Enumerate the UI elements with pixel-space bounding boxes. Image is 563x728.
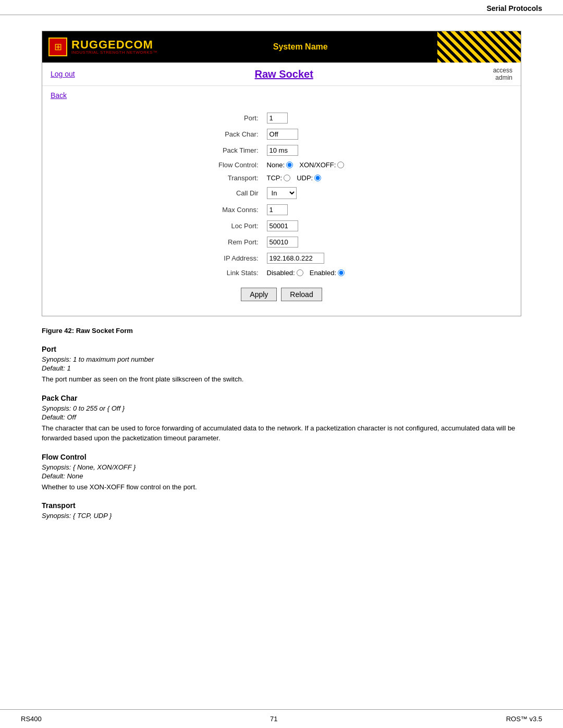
- call-dir-label: Call Dir: [214, 184, 263, 202]
- flow-xonxoff-label: XON/XOFF:: [299, 161, 336, 169]
- pack-char-field-cell: [263, 126, 349, 142]
- ip-address-field-cell: [263, 250, 349, 266]
- call-dir-select[interactable]: In Out Both: [267, 187, 297, 199]
- form-table: Port: Pack Char: Pack Timer:: [214, 110, 349, 279]
- rem-port-field-cell: [263, 234, 349, 250]
- transport-tcp-option: TCP:: [267, 174, 291, 182]
- device-header: RUGGEDCOM INDUSTRIAL STRENGTH NETWORKS™ …: [42, 31, 521, 63]
- ip-address-label: IP Address:: [214, 250, 263, 266]
- pack-timer-field-cell: [263, 142, 349, 158]
- link-stats-enabled-label: Enabled:: [310, 269, 336, 277]
- page-header: Serial Protocols: [0, 0, 563, 15]
- flow-none-label: None:: [267, 161, 285, 169]
- transport-udp-option: UDP:: [297, 174, 321, 182]
- device-frame: RUGGEDCOM INDUSTRIAL STRENGTH NETWORKS™ …: [42, 31, 521, 316]
- flow-control-row: Flow Control: None: XON/XOFF:: [214, 158, 349, 171]
- back-section: Back: [42, 86, 521, 105]
- main-content: RUGGEDCOM INDUSTRIAL STRENGTH NETWORKS™ …: [0, 15, 563, 545]
- doc-default-flow-control: Default: None: [42, 472, 521, 480]
- doc-synopsis-transport: Synopsis: { TCP, UDP }: [42, 512, 521, 520]
- doc-heading-pack-char: Pack Char: [42, 394, 521, 402]
- form-area: Port: Pack Char: Pack Timer:: [42, 105, 521, 316]
- link-stats-row: Link Stats: Disabled: Enabled:: [214, 266, 349, 279]
- nav-left: Log out: [51, 70, 75, 78]
- doc-default-port: Default: 1: [42, 364, 521, 372]
- access-line1: access: [493, 67, 512, 74]
- max-conns-row: Max Conns:: [214, 202, 349, 218]
- doc-description-port: The port number as seen on the front pla…: [42, 374, 521, 385]
- port-field-cell: [263, 110, 349, 126]
- link-stats-label: Link Stats:: [214, 266, 263, 279]
- access-line2: admin: [495, 74, 512, 81]
- doc-description-pack-char: The character that can be used to force …: [42, 423, 521, 443]
- doc-heading-port: Port: [42, 345, 521, 353]
- max-conns-input[interactable]: [267, 204, 288, 215]
- loc-port-field-cell: [263, 218, 349, 234]
- loc-port-label: Loc Port:: [214, 218, 263, 234]
- button-row: Apply Reload: [51, 279, 512, 305]
- rem-port-input[interactable]: [267, 237, 298, 248]
- transport-tcp-label: TCP:: [267, 174, 283, 182]
- port-input[interactable]: [267, 113, 288, 124]
- figure-caption-text: Figure 42: Raw Socket Form: [42, 327, 133, 335]
- pack-timer-row: Pack Timer:: [214, 142, 349, 158]
- transport-label: Transport:: [214, 171, 263, 184]
- transport-tcp-radio[interactable]: [284, 175, 290, 181]
- page-header-title: Serial Protocols: [486, 4, 542, 13]
- pack-char-input[interactable]: [267, 129, 298, 140]
- system-name-label: System Name: [163, 42, 437, 52]
- max-conns-field-cell: [263, 202, 349, 218]
- link-stats-disabled-option: Disabled:: [267, 269, 303, 277]
- logo-icon: [48, 38, 67, 56]
- doc-heading-transport: Transport: [42, 501, 521, 510]
- footer-right: ROS™ v3.5: [506, 715, 542, 723]
- flow-control-label: Flow Control:: [214, 158, 263, 171]
- doc-synopsis-flow-control: Synopsis: { None, XON/XOFF }: [42, 463, 521, 471]
- doc-heading-flow-control: Flow Control: [42, 453, 521, 461]
- pack-char-label: Pack Char:: [214, 126, 263, 142]
- transport-udp-radio[interactable]: [314, 175, 321, 181]
- link-stats-options: Disabled: Enabled:: [263, 266, 349, 279]
- pack-timer-input[interactable]: [267, 145, 298, 156]
- rem-port-row: Rem Port:: [214, 234, 349, 250]
- rem-port-label: Rem Port:: [214, 234, 263, 250]
- doc-default-pack-char: Default: Off: [42, 413, 521, 421]
- link-stats-disabled-radio[interactable]: [297, 269, 303, 276]
- transport-udp-label: UDP:: [297, 174, 313, 182]
- doc-section-pack-char: Pack Char Synopsis: 0 to 255 or { Off } …: [42, 394, 521, 443]
- loc-port-input[interactable]: [267, 220, 298, 231]
- doc-description-flow-control: Whether to use XON-XOFF flow control on …: [42, 482, 521, 492]
- footer-left: RS400: [21, 715, 42, 723]
- flow-none-option: None:: [267, 161, 293, 169]
- doc-section-port: Port Synopsis: 1 to maximum port number …: [42, 345, 521, 385]
- doc-synopsis-pack-char: Synopsis: 0 to 255 or { Off }: [42, 404, 521, 412]
- logout-link[interactable]: Log out: [51, 70, 75, 78]
- footer-center: 71: [270, 715, 277, 723]
- flow-control-options: None: XON/XOFF:: [263, 158, 349, 171]
- figure-caption: Figure 42: Raw Socket Form: [42, 327, 521, 335]
- flow-none-radio[interactable]: [286, 162, 293, 168]
- page-title[interactable]: Raw Socket: [75, 68, 493, 80]
- link-stats-enabled-option: Enabled:: [310, 269, 345, 277]
- port-row: Port:: [214, 110, 349, 126]
- back-link[interactable]: Back: [51, 91, 67, 100]
- page-footer: RS400 71 ROS™ v3.5: [0, 709, 563, 728]
- ip-address-input[interactable]: [267, 253, 324, 264]
- logo: RUGGEDCOM INDUSTRIAL STRENGTH NETWORKS™: [42, 34, 163, 59]
- port-label: Port:: [214, 110, 263, 126]
- logo-text-block: RUGGEDCOM INDUSTRIAL STRENGTH NETWORKS™: [71, 39, 157, 55]
- doc-section-transport: Transport Synopsis: { TCP, UDP }: [42, 501, 521, 520]
- transport-options: TCP: UDP:: [263, 171, 349, 184]
- pack-char-row: Pack Char:: [214, 126, 349, 142]
- transport-row: Transport: TCP: UDP:: [214, 171, 349, 184]
- logo-sub-text: INDUSTRIAL STRENGTH NETWORKS™: [71, 51, 157, 55]
- flow-xonxoff-radio[interactable]: [337, 162, 344, 168]
- call-dir-field-cell: In Out Both: [263, 184, 349, 202]
- apply-button[interactable]: Apply: [241, 288, 277, 301]
- loc-port-row: Loc Port:: [214, 218, 349, 234]
- pack-timer-label: Pack Timer:: [214, 142, 263, 158]
- reload-button[interactable]: Reload: [281, 288, 322, 301]
- access-info: access admin: [493, 67, 512, 81]
- link-stats-disabled-label: Disabled:: [267, 269, 295, 277]
- link-stats-enabled-radio[interactable]: [338, 269, 345, 276]
